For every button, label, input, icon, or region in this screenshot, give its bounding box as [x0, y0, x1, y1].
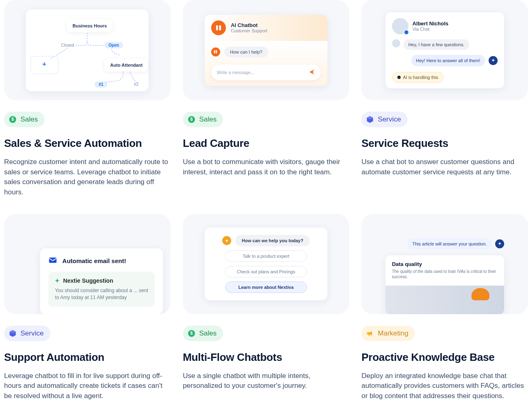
email-icon	[48, 256, 57, 266]
dollar-icon: $	[187, 115, 196, 124]
incoming-message: Hey, I have a few questions.	[404, 39, 469, 50]
chatbot-avatar-icon	[211, 20, 226, 35]
feature-card: Automatic email sent! ✦ Nextie Suggestio…	[4, 214, 171, 401]
card-title: Sales & Service Automation	[4, 137, 171, 150]
feature-card: AI Chatbot Customer Support How can I he…	[183, 0, 349, 177]
bot-avatar-icon: ✦	[222, 236, 231, 245]
feature-card: ✦ How can we help you today? Talk to a p…	[183, 214, 349, 391]
svg-text:$: $	[190, 117, 193, 122]
card-title: Multi-Flow Chatbots	[183, 351, 349, 364]
avatar	[392, 18, 408, 34]
avatar-small	[392, 39, 400, 47]
svg-text:$: $	[190, 331, 193, 335]
feature-card: Albert Nichols Via Chat Hey, I have a fe…	[361, 0, 528, 177]
tag-label: Sales	[199, 329, 217, 338]
tag-label: Marketing	[378, 329, 408, 338]
illustration-service-chat: Albert Nichols Via Chat Hey, I have a fe…	[361, 0, 528, 100]
tag-label: Service	[20, 329, 44, 338]
chatbot-subtitle: Customer Support	[231, 28, 267, 33]
tag-sales: $ Sales	[4, 112, 45, 127]
contact-channel: Via Chat	[413, 27, 449, 32]
card-title: Lead Capture	[183, 137, 349, 150]
suggestion-title: Nextie Suggestion	[63, 277, 113, 284]
send-icon[interactable]	[309, 69, 315, 76]
plus-icon: +	[42, 60, 46, 68]
tag-label: Sales	[20, 115, 38, 124]
flow-node-business-hours: Business Hours	[67, 19, 113, 32]
illustration-flow: Business Hours Closed Open + Auto Attend…	[4, 0, 171, 100]
card-description: Use a bot to communicate with visitors, …	[183, 157, 349, 177]
cube-icon	[8, 329, 17, 338]
flow-pill-open: Open	[104, 42, 123, 48]
card-description: Leverage chatbot to fill in for live sup…	[4, 371, 171, 401]
chat-option-active[interactable]: Learn more about Nextiva	[225, 281, 307, 293]
outgoing-message: Hey! Here to answer all of them!	[411, 55, 485, 66]
tag-label: Sales	[199, 115, 217, 124]
tag-marketing: Marketing	[361, 326, 415, 341]
ai-handling-badge: AI is handling this	[392, 72, 444, 83]
card-title: Service Requests	[361, 137, 528, 150]
bot-avatar-icon: ✦	[495, 239, 504, 248]
chat-option[interactable]: Talk to a product expert	[225, 250, 307, 262]
chatbot-placeholder: Write a message...	[217, 70, 255, 75]
illustration-support: Automatic email sent! ✦ Nextie Suggestio…	[4, 214, 171, 314]
article-title: Data quality	[392, 261, 498, 267]
tag-sales: $ Sales	[183, 326, 223, 341]
tag-sales: $ Sales	[183, 112, 223, 127]
bot-avatar-icon: ✦	[489, 56, 498, 65]
feature-card: Business Hours Closed Open + Auto Attend…	[4, 0, 171, 198]
chatbot-name: AI Chatbot	[231, 22, 267, 28]
card-description: Use a single chatbot with multiple inten…	[183, 371, 349, 391]
article-card[interactable]: Data quality The quality of the data use…	[385, 255, 504, 314]
flow-label-closed: Closed	[61, 43, 74, 47]
card-title: Support Automation	[4, 351, 171, 364]
chat-option[interactable]: Check out plans and Pricings	[225, 266, 307, 277]
card-description: Use a chat bot to answer customer questi…	[361, 157, 528, 177]
article-subtitle: The quality of the data used to train IV…	[392, 269, 498, 280]
card-description: Deploy an integrated knowledge base chat…	[361, 371, 528, 401]
feature-card: This article will answer your question. …	[361, 214, 528, 401]
email-sent-label: Automatic email sent!	[62, 257, 126, 264]
chatbot-input[interactable]: Write a message...	[211, 65, 321, 80]
tag-service: Service	[361, 112, 408, 127]
megaphone-icon	[365, 329, 374, 338]
bot-message: This article will answer your question.	[407, 238, 491, 250]
card-title: Proactive Knowledge Base	[361, 351, 528, 364]
cube-icon	[365, 115, 374, 124]
contact-name: Albert Nichols	[413, 20, 449, 27]
suggestion-body: You should consider calling about a ... …	[55, 287, 148, 301]
chatbot-avatar-small-icon	[211, 47, 220, 56]
flow-label-2: #2	[134, 82, 138, 87]
tag-service: Service	[4, 326, 50, 341]
illustration-chatbot: AI Chatbot Customer Support How can I he…	[183, 0, 349, 100]
tag-label: Service	[378, 115, 401, 124]
dollar-icon: $	[187, 329, 196, 338]
flow-pill-1: #1	[95, 81, 107, 88]
chatbot-message: How can I help?	[224, 47, 268, 57]
illustration-multiflow: ✦ How can we help you today? Talk to a p…	[183, 214, 349, 314]
article-image	[385, 286, 504, 314]
sparkle-icon: ✦	[55, 277, 60, 284]
bot-question: How can we help you today?	[235, 235, 310, 246]
illustration-knowledge-base: This article will answer your question. …	[361, 214, 528, 314]
dollar-icon: $	[8, 115, 17, 124]
flow-node-auto-attendant: Auto Attendant	[104, 59, 148, 72]
card-description: Recognize customer intent and automatica…	[4, 157, 171, 198]
svg-text:$: $	[11, 117, 14, 122]
